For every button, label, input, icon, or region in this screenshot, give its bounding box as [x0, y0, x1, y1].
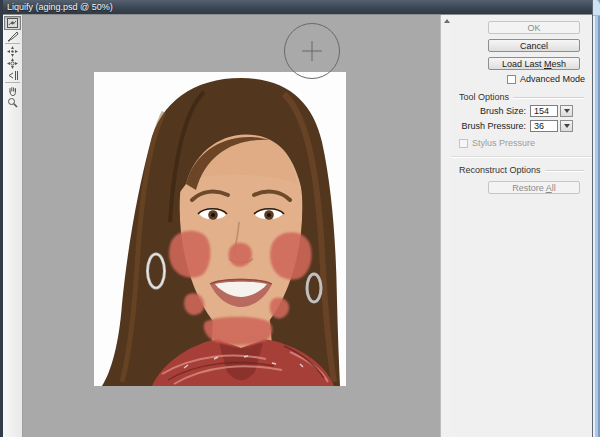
brush-pressure-input[interactable]: 36: [530, 120, 558, 132]
brush-size-input[interactable]: 154: [530, 105, 558, 117]
panel-separator: [451, 156, 592, 157]
scroll-up-icon[interactable]: [444, 19, 450, 23]
chevron-down-icon: [564, 124, 570, 128]
document-image[interactable]: [94, 72, 346, 386]
dialog-titlebar[interactable]: Liquify (aging.psd @ 50%): [3, 0, 592, 14]
zoom-tool-button[interactable]: [5, 96, 21, 108]
dialog-title: Liquify (aging.psd @ 50%): [7, 2, 113, 12]
restore-all-button[interactable]: Restore All: [488, 181, 580, 194]
options-panel: OK Cancel Load Last Mesh Advanced Mode T…: [451, 15, 592, 437]
reconstruct-options-header: Reconstruct Options: [459, 165, 584, 175]
liquify-preview-canvas[interactable]: [23, 15, 440, 437]
pucker-icon: [7, 46, 18, 57]
tool-separator: [5, 43, 20, 44]
forward-warp-icon: [7, 18, 18, 28]
chevron-down-icon: [564, 109, 570, 113]
hand-icon: [7, 85, 18, 96]
parent-window-edge: [593, 0, 600, 437]
brush-pressure-row: Brush Pressure: 36: [451, 120, 573, 132]
reconstruct-brush-icon: [7, 31, 19, 42]
brush-pressure-dropdown-button[interactable]: [560, 120, 573, 132]
push-left-icon: [7, 70, 18, 81]
stylus-pressure-checkbox: [459, 139, 468, 148]
stylus-pressure-label: Stylus Pressure: [472, 138, 535, 148]
tool-options-header: Tool Options: [459, 92, 584, 102]
brush-size-dropdown-button[interactable]: [560, 105, 573, 117]
advanced-mode-row: Advanced Mode: [507, 74, 592, 84]
advanced-mode-label: Advanced Mode: [520, 74, 585, 84]
cancel-button[interactable]: Cancel: [488, 39, 580, 52]
bloat-icon: [7, 58, 18, 69]
pucker-tool-button[interactable]: [5, 45, 21, 57]
dialog-client-area: OK Cancel Load Last Mesh Advanced Mode T…: [3, 14, 592, 437]
brush-pressure-label: Brush Pressure:: [461, 121, 526, 131]
load-last-mesh-button[interactable]: Load Last Mesh: [488, 57, 580, 70]
ok-button[interactable]: OK: [488, 21, 580, 34]
reconstruct-tool-button[interactable]: [5, 30, 21, 42]
hand-tool-button[interactable]: [5, 84, 21, 96]
stylus-pressure-row: Stylus Pressure: [459, 138, 592, 148]
liquify-tool-strip: [3, 15, 23, 437]
zoom-icon: [7, 97, 18, 108]
tool-separator: [5, 82, 20, 83]
push-left-tool-button[interactable]: [5, 69, 21, 81]
advanced-mode-checkbox[interactable]: [507, 75, 516, 84]
forward-warp-tool-button[interactable]: [4, 16, 21, 30]
bloat-tool-button[interactable]: [5, 57, 21, 69]
liquify-dialog: Liquify (aging.psd @ 50%): [0, 0, 593, 437]
brush-size-row: Brush Size: 154: [451, 105, 573, 117]
brush-size-label: Brush Size:: [480, 106, 526, 116]
brush-cursor: [284, 23, 340, 79]
